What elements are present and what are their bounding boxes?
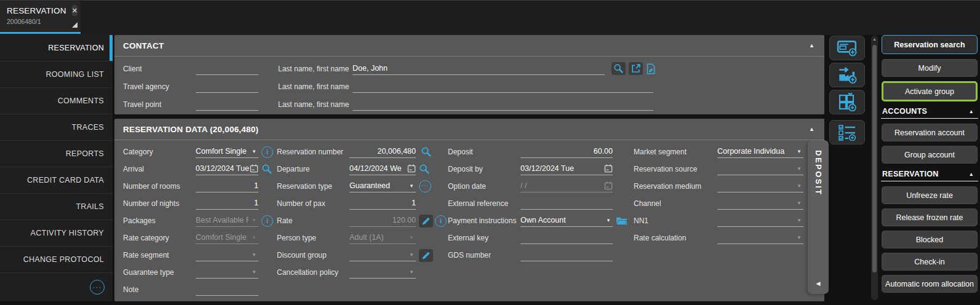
pencil-icon — [421, 251, 431, 260]
rate-category-dropdown[interactable]: Comfort Single (CS) — [196, 232, 258, 244]
reservation-medium-dropdown[interactable] — [717, 180, 803, 192]
info-icon[interactable] — [261, 215, 273, 227]
guarantee-type-dropdown[interactable] — [196, 266, 258, 279]
rate-calculation-dropdown[interactable] — [717, 232, 803, 244]
rate-category-label: Rate category — [123, 234, 196, 242]
deposit-by-date-field[interactable]: 03/12/2024 Tue — [520, 163, 613, 175]
sidebar-item-comments[interactable]: COMMENTS — [0, 88, 113, 114]
number-of-rooms-field[interactable]: 1 — [196, 180, 258, 192]
client-edit-profile-button[interactable] — [646, 63, 656, 74]
sidebar-item-trails[interactable]: TRAILS — [0, 194, 113, 220]
sidebar-item-rooming-list[interactable]: ROOMING LIST — [0, 61, 113, 88]
modify-button[interactable]: Modify — [882, 59, 978, 77]
nn1-dropdown[interactable] — [717, 215, 803, 227]
tab-reservation[interactable]: RESERVATION ✕ 20006480/1 — [0, 1, 81, 34]
external-reference-field[interactable] — [520, 197, 613, 210]
reservation-type-dropdown[interactable]: Guaranteed — [349, 180, 416, 192]
close-icon[interactable]: ✕ — [72, 5, 78, 16]
scroll-up-icon[interactable]: ▲ — [871, 37, 878, 41]
reservation-medium-label: Reservation medium — [634, 182, 717, 191]
option-date-field[interactable]: / / — [520, 180, 613, 192]
travel-agency-code-field[interactable] — [196, 81, 258, 93]
calendar-icon[interactable] — [604, 181, 613, 190]
scrollbar-thumb[interactable] — [872, 45, 877, 272]
calendar-icon[interactable] — [407, 164, 416, 173]
rate-field[interactable]: 120.00 — [349, 215, 416, 227]
sidebar-item-reports[interactable]: REPORTS — [0, 141, 113, 167]
rate-edit-button[interactable] — [419, 215, 433, 228]
deposit-label: Deposit — [448, 148, 520, 156]
automatic-room-allocation-button[interactable]: Automatic room allocation — [882, 275, 978, 293]
unfreeze-rate-button[interactable]: Unfreeze rate — [882, 186, 978, 204]
reservation-search-button[interactable]: Reservation search — [882, 35, 978, 54]
new-package-button[interactable] — [829, 90, 865, 114]
discount-group-dropdown[interactable] — [349, 249, 416, 261]
person-type-dropdown[interactable]: Adult (1A) — [349, 232, 416, 244]
arrival-date-field[interactable]: 03/12/2024 Tue — [196, 163, 258, 175]
cancellation-policy-dropdown[interactable] — [349, 266, 416, 279]
search-icon[interactable] — [419, 164, 430, 175]
external-key-field[interactable] — [520, 232, 613, 244]
client-open-button[interactable] — [629, 62, 643, 75]
new-trace-list-button[interactable] — [829, 120, 865, 145]
contact-row-client: Client Last name, first name Doe, John — [123, 60, 824, 77]
credit-card-plus-icon — [837, 39, 858, 57]
search-icon[interactable] — [261, 164, 273, 175]
travel-agency-name-label: Last name, first name — [278, 82, 353, 91]
client-code-field[interactable] — [196, 63, 258, 75]
client-name-field[interactable]: Doe, John — [353, 63, 605, 75]
calendar-icon[interactable] — [250, 164, 258, 173]
channel-dropdown[interactable] — [717, 197, 803, 210]
info-icon[interactable] — [261, 146, 273, 158]
travel-point-code-field[interactable] — [196, 98, 258, 111]
collapse-icon[interactable]: ▲ — [809, 42, 815, 49]
deposit-field[interactable]: 60.00 — [520, 146, 613, 158]
category-dropdown[interactable]: Comfort Single — [196, 146, 258, 158]
contact-row-travel-point: Travel point Last name, first name — [123, 95, 824, 113]
collapse-icon[interactable]: ▲ — [809, 126, 815, 132]
departure-date-field[interactable]: 04/12/2024 We — [349, 163, 416, 175]
check-in-button[interactable]: Check-in — [882, 253, 978, 271]
more-options-icon[interactable]: ··· — [90, 280, 105, 295]
folder-icon[interactable] — [616, 216, 627, 226]
client-label: Client — [123, 65, 196, 73]
external-link-icon — [631, 63, 641, 74]
reservation-search-button[interactable] — [419, 146, 433, 159]
rate-segment-dropdown[interactable] — [196, 249, 258, 261]
packages-dropdown[interactable]: Best Available R — [196, 215, 258, 227]
number-of-nights-field[interactable]: 1 — [196, 197, 258, 210]
reservation-source-dropdown[interactable] — [717, 163, 803, 175]
travel-agency-name-field[interactable] — [353, 81, 653, 93]
gds-number-field[interactable] — [520, 249, 613, 261]
new-credit-card-button[interactable] — [829, 36, 865, 60]
payment-instructions-dropdown[interactable]: Own Account — [520, 215, 613, 227]
release-frozen-rate-button[interactable]: Release frozen rate — [882, 208, 978, 226]
options-ellipsis-icon[interactable] — [419, 180, 431, 192]
channel-label: Channel — [634, 199, 717, 208]
collapse-left-icon[interactable]: ◀ — [816, 280, 821, 287]
sidebar-item-reservation[interactable]: RESERVATION — [0, 35, 113, 61]
collapse-icon[interactable]: ▲ — [969, 172, 974, 177]
number-of-pax-field[interactable]: 1 — [349, 197, 416, 210]
info-icon[interactable] — [435, 215, 447, 227]
new-walk-in-button[interactable] — [829, 63, 865, 87]
activate-group-button[interactable]: Activate group — [882, 81, 978, 101]
client-search-button[interactable] — [612, 62, 626, 75]
sidebar-item-traces[interactable]: TRACES — [0, 114, 113, 141]
discount-edit-button[interactable] — [419, 249, 433, 262]
external-key-label: External key — [448, 234, 520, 242]
collapse-icon[interactable]: ▲ — [969, 109, 974, 114]
group-account-button[interactable]: Group account — [882, 146, 978, 164]
sidebar-item-credit-card-data[interactable]: CREDIT CARD DATA — [0, 167, 113, 194]
deposit-side-tab[interactable]: DEPOSIT ◀ — [808, 140, 829, 294]
note-field[interactable] — [196, 283, 258, 296]
blocked-button[interactable]: Blocked — [882, 231, 978, 248]
calendar-icon[interactable] — [604, 164, 613, 173]
sidebar-item-change-protocol[interactable]: CHANGE PROTOCOL — [0, 247, 113, 273]
reservation-number-field[interactable]: 20,006,480 — [349, 146, 416, 158]
vertical-scrollbar[interactable]: ▲ — [871, 36, 878, 300]
travel-point-name-field[interactable] — [353, 98, 653, 111]
market-segment-dropdown[interactable]: Corporate Individua — [717, 146, 803, 158]
sidebar-item-activity-history[interactable]: ACTIVITY HISTORY — [0, 220, 113, 247]
reservation-account-button[interactable]: Reservation account — [882, 124, 978, 141]
